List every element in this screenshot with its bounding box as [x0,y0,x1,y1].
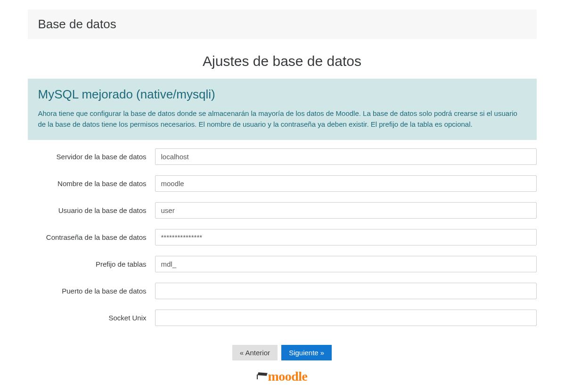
input-dbpass[interactable] [155,229,537,245]
info-panel: MySQL mejorado (native/mysqli) Ahora tie… [28,79,537,140]
label-prefix: Prefijo de tablas [28,260,155,268]
field-row-dbpass: Contraseña de la base de datos [28,229,537,245]
field-row-dbsocket: Socket Unix [28,310,537,326]
footer-logo-row: moodle [21,369,544,384]
label-dbpass: Contraseña de la base de datos [28,233,155,241]
navigation-buttons: « Anterior Siguiente » [21,345,544,360]
next-button[interactable]: Siguiente » [281,345,332,360]
input-dbhost[interactable] [155,148,537,165]
field-row-dbname: Nombre de la base de datos [28,175,537,192]
driver-description: Ahora tiene que configurar la base de da… [38,108,526,130]
database-settings-form: Servidor de la base de datos Nombre de l… [28,148,537,326]
label-dbsocket: Socket Unix [28,314,155,322]
moodle-logo: moodle [256,369,307,384]
field-row-dbuser: Usuario de la base de datos [28,202,537,219]
label-dbhost: Servidor de la base de datos [28,153,155,161]
graduation-cap-icon [256,372,269,381]
label-dbuser: Usuario de la base de datos [28,206,155,214]
driver-title: MySQL mejorado (native/mysqli) [38,87,526,102]
input-dbuser[interactable] [155,202,537,219]
field-row-dbhost: Servidor de la base de datos [28,148,537,165]
input-dbname[interactable] [155,175,537,192]
page-main-title: Base de datos [38,17,526,32]
label-dbport: Puerto de la base de datos [28,287,155,295]
previous-button[interactable]: « Anterior [232,345,278,360]
input-dbsocket[interactable] [155,310,537,326]
title-bar: Base de datos [28,9,537,39]
label-dbname: Nombre de la base de datos [28,180,155,188]
field-row-dbport: Puerto de la base de datos [28,283,537,299]
field-row-prefix: Prefijo de tablas [28,256,537,272]
page-heading: Ajustes de base de datos [21,53,544,69]
input-prefix[interactable] [155,256,537,272]
moodle-logo-text: moodle [268,369,307,384]
input-dbport[interactable] [155,283,537,299]
